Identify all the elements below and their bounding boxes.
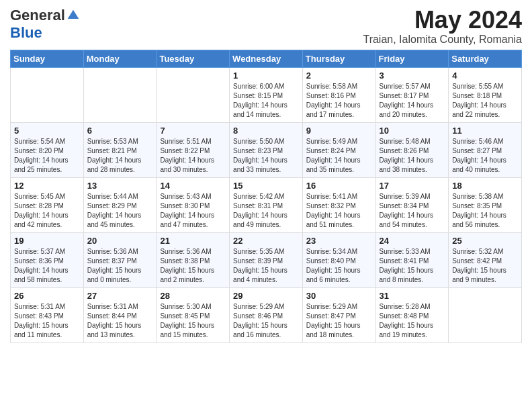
day-number: 5 xyxy=(14,126,80,136)
day-detail: Sunrise: 5:39 AM Sunset: 8:34 PM Dayligh… xyxy=(380,192,445,230)
day-cell: 21Sunrise: 5:36 AM Sunset: 8:38 PM Dayli… xyxy=(157,232,230,287)
day-number: 11 xyxy=(452,126,518,136)
day-cell: 24Sunrise: 5:33 AM Sunset: 8:41 PM Dayli… xyxy=(375,232,449,287)
day-number: 27 xyxy=(87,291,153,301)
week-row-4: 26Sunrise: 5:31 AM Sunset: 8:43 PM Dayli… xyxy=(11,287,522,342)
day-number: 25 xyxy=(452,236,518,246)
day-detail: Sunrise: 5:36 AM Sunset: 8:38 PM Dayligh… xyxy=(160,247,226,285)
day-cell: 17Sunrise: 5:39 AM Sunset: 8:34 PM Dayli… xyxy=(375,177,449,232)
day-number: 29 xyxy=(233,291,299,301)
day-cell: 5Sunrise: 5:54 AM Sunset: 8:20 PM Daylig… xyxy=(11,122,84,177)
logo-general-text: General xyxy=(10,7,65,24)
day-detail: Sunrise: 5:36 AM Sunset: 8:37 PM Dayligh… xyxy=(87,247,153,285)
day-cell: 31Sunrise: 5:28 AM Sunset: 8:48 PM Dayli… xyxy=(375,287,449,342)
day-number: 28 xyxy=(160,291,226,301)
day-cell: 7Sunrise: 5:51 AM Sunset: 8:22 PM Daylig… xyxy=(157,122,230,177)
day-detail: Sunrise: 5:54 AM Sunset: 8:20 PM Dayligh… xyxy=(14,137,80,175)
day-number: 12 xyxy=(14,181,80,191)
day-detail: Sunrise: 5:46 AM Sunset: 8:27 PM Dayligh… xyxy=(452,137,518,175)
day-cell: 19Sunrise: 5:37 AM Sunset: 8:36 PM Dayli… xyxy=(11,232,84,287)
day-cell: 11Sunrise: 5:46 AM Sunset: 8:27 PM Dayli… xyxy=(449,122,522,177)
header-day-sunday: Sunday xyxy=(11,50,84,67)
day-cell: 8Sunrise: 5:50 AM Sunset: 8:23 PM Daylig… xyxy=(230,122,303,177)
day-detail: Sunrise: 5:48 AM Sunset: 8:26 PM Dayligh… xyxy=(380,137,445,175)
day-number: 17 xyxy=(380,181,445,191)
day-number: 15 xyxy=(233,181,299,191)
day-cell: 4Sunrise: 5:55 AM Sunset: 8:18 PM Daylig… xyxy=(449,67,522,122)
day-number: 6 xyxy=(87,126,153,136)
day-detail: Sunrise: 5:31 AM Sunset: 8:44 PM Dayligh… xyxy=(87,302,153,340)
day-cell xyxy=(83,67,157,122)
day-detail: Sunrise: 5:55 AM Sunset: 8:18 PM Dayligh… xyxy=(452,82,518,120)
day-cell: 26Sunrise: 5:31 AM Sunset: 8:43 PM Dayli… xyxy=(11,287,84,342)
week-row-3: 19Sunrise: 5:37 AM Sunset: 8:36 PM Dayli… xyxy=(11,232,522,287)
day-number: 1 xyxy=(233,71,299,81)
day-detail: Sunrise: 5:51 AM Sunset: 8:22 PM Dayligh… xyxy=(160,137,226,175)
day-cell xyxy=(11,67,84,122)
calendar: SundayMondayTuesdayWednesdayThursdayFrid… xyxy=(10,50,522,343)
day-cell: 28Sunrise: 5:30 AM Sunset: 8:45 PM Dayli… xyxy=(157,287,230,342)
day-number: 23 xyxy=(306,236,372,246)
day-number: 14 xyxy=(160,181,226,191)
page: General Blue May 2024 Traian, Ialomita C… xyxy=(0,0,532,411)
day-cell: 27Sunrise: 5:31 AM Sunset: 8:44 PM Dayli… xyxy=(83,287,157,342)
day-cell: 9Sunrise: 5:49 AM Sunset: 8:24 PM Daylig… xyxy=(302,122,375,177)
calendar-body: 1Sunrise: 6:00 AM Sunset: 8:15 PM Daylig… xyxy=(11,67,522,342)
day-cell: 15Sunrise: 5:42 AM Sunset: 8:31 PM Dayli… xyxy=(230,177,303,232)
day-cell xyxy=(157,67,230,122)
day-cell: 20Sunrise: 5:36 AM Sunset: 8:37 PM Dayli… xyxy=(83,232,157,287)
logo-icon xyxy=(66,9,80,22)
day-number: 4 xyxy=(452,71,518,81)
day-detail: Sunrise: 5:29 AM Sunset: 8:46 PM Dayligh… xyxy=(233,302,299,340)
week-row-2: 12Sunrise: 5:45 AM Sunset: 8:28 PM Dayli… xyxy=(11,177,522,232)
day-number: 9 xyxy=(306,126,372,136)
day-number: 2 xyxy=(306,71,372,81)
day-detail: Sunrise: 5:33 AM Sunset: 8:41 PM Dayligh… xyxy=(380,247,445,285)
day-cell: 18Sunrise: 5:38 AM Sunset: 8:35 PM Dayli… xyxy=(449,177,522,232)
day-detail: Sunrise: 5:44 AM Sunset: 8:29 PM Dayligh… xyxy=(87,192,153,230)
day-detail: Sunrise: 5:58 AM Sunset: 8:16 PM Dayligh… xyxy=(306,82,372,120)
day-number: 19 xyxy=(14,236,80,246)
day-cell: 16Sunrise: 5:41 AM Sunset: 8:32 PM Dayli… xyxy=(302,177,375,232)
day-cell: 12Sunrise: 5:45 AM Sunset: 8:28 PM Dayli… xyxy=(11,177,84,232)
header-day-monday: Monday xyxy=(83,50,157,67)
day-detail: Sunrise: 6:00 AM Sunset: 8:15 PM Dayligh… xyxy=(233,82,299,120)
day-cell: 23Sunrise: 5:34 AM Sunset: 8:40 PM Dayli… xyxy=(302,232,375,287)
day-detail: Sunrise: 5:43 AM Sunset: 8:30 PM Dayligh… xyxy=(160,192,226,230)
day-cell: 6Sunrise: 5:53 AM Sunset: 8:21 PM Daylig… xyxy=(83,122,157,177)
day-detail: Sunrise: 5:37 AM Sunset: 8:36 PM Dayligh… xyxy=(14,247,80,285)
day-number: 13 xyxy=(87,181,153,191)
header-row: SundayMondayTuesdayWednesdayThursdayFrid… xyxy=(11,50,522,67)
header-day-wednesday: Wednesday xyxy=(230,50,303,67)
day-detail: Sunrise: 5:38 AM Sunset: 8:35 PM Dayligh… xyxy=(452,192,518,230)
day-number: 20 xyxy=(87,236,153,246)
day-cell: 2Sunrise: 5:58 AM Sunset: 8:16 PM Daylig… xyxy=(302,67,375,122)
day-detail: Sunrise: 5:32 AM Sunset: 8:42 PM Dayligh… xyxy=(452,247,518,285)
day-cell: 13Sunrise: 5:44 AM Sunset: 8:29 PM Dayli… xyxy=(83,177,157,232)
title-section: May 2024 Traian, Ialomita County, Romani… xyxy=(363,7,522,46)
day-number: 18 xyxy=(452,181,518,191)
day-detail: Sunrise: 5:28 AM Sunset: 8:48 PM Dayligh… xyxy=(380,302,445,340)
calendar-header: SundayMondayTuesdayWednesdayThursdayFrid… xyxy=(11,50,522,67)
day-cell: 10Sunrise: 5:48 AM Sunset: 8:26 PM Dayli… xyxy=(375,122,449,177)
header-day-saturday: Saturday xyxy=(449,50,522,67)
week-row-1: 5Sunrise: 5:54 AM Sunset: 8:20 PM Daylig… xyxy=(11,122,522,177)
month-title: May 2024 xyxy=(363,7,522,34)
day-number: 16 xyxy=(306,181,372,191)
day-detail: Sunrise: 5:49 AM Sunset: 8:24 PM Dayligh… xyxy=(306,137,372,175)
svg-marker-0 xyxy=(68,10,79,19)
day-cell: 14Sunrise: 5:43 AM Sunset: 8:30 PM Dayli… xyxy=(157,177,230,232)
day-cell: 22Sunrise: 5:35 AM Sunset: 8:39 PM Dayli… xyxy=(230,232,303,287)
day-cell: 30Sunrise: 5:29 AM Sunset: 8:47 PM Dayli… xyxy=(302,287,375,342)
day-detail: Sunrise: 5:31 AM Sunset: 8:43 PM Dayligh… xyxy=(14,302,80,340)
logo: General Blue xyxy=(10,7,80,42)
day-number: 22 xyxy=(233,236,299,246)
week-row-0: 1Sunrise: 6:00 AM Sunset: 8:15 PM Daylig… xyxy=(11,67,522,122)
day-detail: Sunrise: 5:53 AM Sunset: 8:21 PM Dayligh… xyxy=(87,137,153,175)
day-detail: Sunrise: 5:41 AM Sunset: 8:32 PM Dayligh… xyxy=(306,192,372,230)
header-day-thursday: Thursday xyxy=(302,50,375,67)
day-cell: 25Sunrise: 5:32 AM Sunset: 8:42 PM Dayli… xyxy=(449,232,522,287)
day-number: 8 xyxy=(233,126,299,136)
header: General Blue May 2024 Traian, Ialomita C… xyxy=(10,7,522,46)
day-detail: Sunrise: 5:50 AM Sunset: 8:23 PM Dayligh… xyxy=(233,137,299,175)
